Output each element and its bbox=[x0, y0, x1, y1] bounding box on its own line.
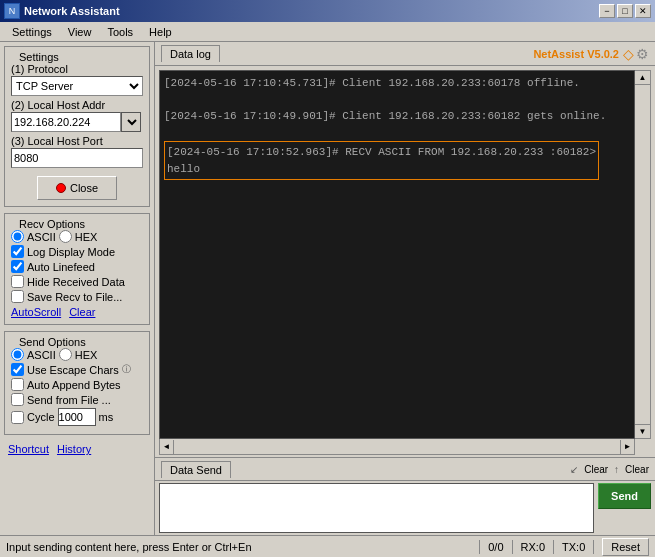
send-buttons: Send bbox=[598, 483, 651, 533]
recv-options-group: Recv Options ASCII HEX Log Display Mode … bbox=[4, 213, 150, 325]
clear1-arrow-icon: ↙ bbox=[570, 464, 578, 475]
maximize-button[interactable]: □ bbox=[617, 4, 633, 18]
cycle-check[interactable] bbox=[11, 411, 24, 424]
log-area[interactable]: [2024-05-16 17:10:45.731]# Client 192.16… bbox=[159, 70, 635, 439]
app-icon: N bbox=[4, 3, 20, 19]
clear1-button[interactable]: Clear bbox=[584, 464, 608, 475]
save-recv-check[interactable] bbox=[11, 290, 24, 303]
send-options-group: Send Options ASCII HEX Use Escape Chars … bbox=[4, 331, 150, 435]
window-close-button[interactable]: ✕ bbox=[635, 4, 651, 18]
datasend-tab[interactable]: Data Send bbox=[161, 461, 231, 478]
status-divider-4 bbox=[593, 540, 594, 554]
recv-legend: Recv Options bbox=[17, 218, 143, 230]
log-line-3: [2024-05-16 17:10:49.901]# Client 192.16… bbox=[164, 108, 630, 125]
send-button[interactable]: Send bbox=[598, 483, 651, 509]
scroll-right-button[interactable]: ► bbox=[620, 440, 634, 454]
clear2-button[interactable]: Clear bbox=[625, 464, 649, 475]
recv-ascii-radio[interactable] bbox=[11, 230, 24, 243]
send-ascii-radio[interactable] bbox=[11, 348, 24, 361]
status-divider-2 bbox=[512, 540, 513, 554]
local-addr-dropdown[interactable]: ▼ bbox=[121, 112, 141, 132]
escape-chars-check[interactable] bbox=[11, 363, 24, 376]
send-from-file-check[interactable] bbox=[11, 393, 24, 406]
right-panel: Data log NetAssist V5.0.2 ◇ ⚙ [2024-05-1… bbox=[155, 42, 655, 535]
clear-recv-link[interactable]: Clear bbox=[69, 306, 95, 318]
settings-legend: Settings bbox=[17, 51, 143, 63]
minimize-button[interactable]: − bbox=[599, 4, 615, 18]
netassist-link[interactable]: NetAssist V5.0.2 bbox=[533, 48, 619, 60]
auto-linefeed-check[interactable] bbox=[11, 260, 24, 273]
log-highlighted-block: [2024-05-16 17:10:52.963]# RECV ASCII FR… bbox=[164, 141, 599, 180]
recv-hex-radio[interactable] bbox=[59, 230, 72, 243]
protocol-select[interactable]: TCP Server TCP Client UDP bbox=[11, 76, 143, 96]
protocol-label: (1) Protocol bbox=[11, 63, 143, 75]
title-bar: N Network Assistant − □ ✕ bbox=[0, 0, 655, 22]
hide-recv-check[interactable] bbox=[11, 275, 24, 288]
local-addr-row: (2) Local Host Addr ▼ bbox=[11, 99, 143, 132]
local-addr-input[interactable] bbox=[11, 112, 121, 132]
menu-tools[interactable]: Tools bbox=[99, 24, 141, 40]
local-port-input[interactable] bbox=[11, 148, 143, 168]
send-input[interactable] bbox=[159, 483, 594, 533]
cycle-input[interactable] bbox=[58, 408, 96, 426]
settings-icon[interactable]: ⚙ bbox=[636, 46, 649, 62]
tx-display: TX:0 bbox=[562, 541, 585, 553]
menu-bar: Settings View Tools Help bbox=[0, 22, 655, 42]
status-divider-1 bbox=[479, 540, 480, 554]
send-hex-radio[interactable] bbox=[59, 348, 72, 361]
history-link[interactable]: History bbox=[57, 443, 91, 455]
rx-display: RX:0 bbox=[521, 541, 545, 553]
datasend-controls: ↙ Clear ↑ Clear bbox=[570, 464, 649, 475]
autoscroll-link[interactable]: AutoScroll bbox=[11, 306, 61, 318]
diamond-icon: ◇ bbox=[623, 46, 634, 62]
log-content: [2024-05-16 17:10:45.731]# Client 192.16… bbox=[164, 75, 630, 180]
log-line-4 bbox=[164, 125, 630, 142]
close-button[interactable]: Close bbox=[37, 176, 117, 200]
reset-button[interactable]: Reset bbox=[602, 538, 649, 556]
menu-view[interactable]: View bbox=[60, 24, 100, 40]
scroll-left-button[interactable]: ◄ bbox=[160, 440, 174, 454]
settings-group: Settings (1) Protocol TCP Server TCP Cli… bbox=[4, 46, 150, 207]
protocol-row: (1) Protocol TCP Server TCP Client UDP bbox=[11, 63, 143, 96]
left-panel: Settings (1) Protocol TCP Server TCP Cli… bbox=[0, 42, 155, 535]
status-hint: Input sending content here, press Enter … bbox=[6, 541, 471, 553]
shortcut-link[interactable]: Shortcut bbox=[8, 443, 49, 455]
app-title: Network Assistant bbox=[24, 5, 120, 17]
red-dot-icon bbox=[56, 183, 66, 193]
menu-settings[interactable]: Settings bbox=[4, 24, 60, 40]
local-port-row: (3) Local Host Port bbox=[11, 135, 143, 168]
vertical-scrollbar[interactable]: ▲ ▼ bbox=[635, 70, 651, 439]
horizontal-scrollbar[interactable]: ◄ ► bbox=[159, 439, 635, 455]
send-legend: Send Options bbox=[17, 336, 143, 348]
local-port-label: (3) Local Host Port bbox=[11, 135, 143, 147]
log-line-2 bbox=[164, 92, 630, 109]
datasend-header: Data Send ↙ Clear ↑ Clear bbox=[155, 457, 655, 481]
datalog-tab[interactable]: Data log bbox=[161, 45, 220, 62]
send-area-row: Send bbox=[159, 483, 651, 533]
scroll-down-button[interactable]: ▼ bbox=[635, 424, 650, 438]
local-addr-label: (2) Local Host Addr bbox=[11, 99, 143, 111]
status-bar: Input sending content here, press Enter … bbox=[0, 535, 655, 557]
log-display-check[interactable] bbox=[11, 245, 24, 258]
menu-help[interactable]: Help bbox=[141, 24, 180, 40]
log-line-1: [2024-05-16 17:10:45.731]# Client 192.16… bbox=[164, 75, 630, 92]
scroll-up-button[interactable]: ▲ bbox=[635, 71, 650, 85]
clear2-arrow-icon: ↑ bbox=[614, 464, 619, 475]
auto-append-check[interactable] bbox=[11, 378, 24, 391]
scroll-track[interactable] bbox=[635, 85, 650, 424]
escape-info-icon[interactable]: ⓘ bbox=[122, 363, 131, 376]
datalog-header: Data log NetAssist V5.0.2 ◇ ⚙ bbox=[155, 42, 655, 66]
counter-display: 0/0 bbox=[488, 541, 503, 553]
status-divider-3 bbox=[553, 540, 554, 554]
